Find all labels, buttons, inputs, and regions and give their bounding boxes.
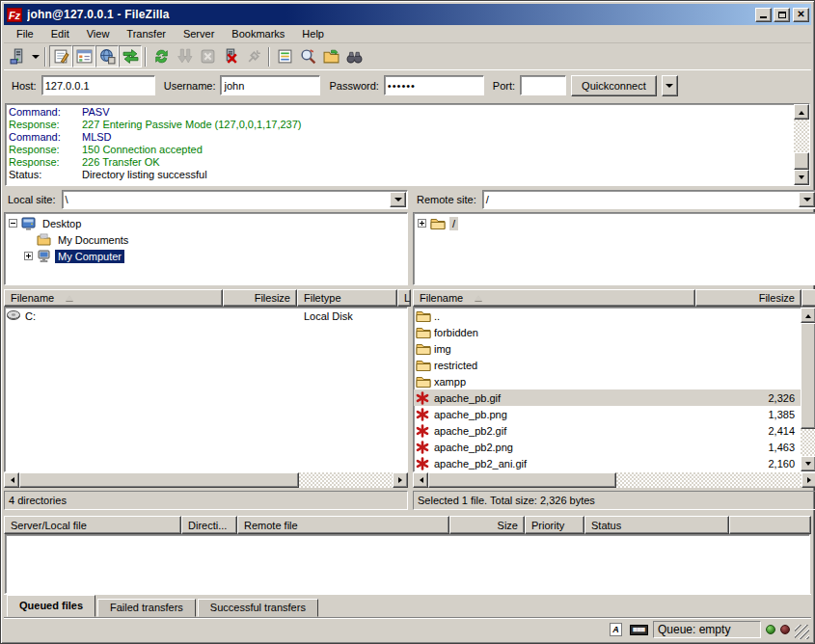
file-search-button[interactable] [296, 45, 319, 67]
disconnect-button[interactable] [219, 45, 242, 67]
toolbar-separator [145, 47, 147, 67]
scroll-right-button[interactable] [393, 472, 408, 488]
quickconnect-dropdown[interactable] [662, 75, 678, 96]
reconnect-button[interactable] [242, 45, 265, 67]
toggle-log-button[interactable] [49, 45, 72, 67]
cancel-button[interactable] [196, 45, 219, 67]
file-row-xampp[interactable]: xampp [414, 373, 801, 389]
column-header-size[interactable]: Size [449, 516, 525, 534]
filter-button[interactable] [273, 45, 296, 67]
file-row-apache-pb2-gif[interactable]: apache_pb2.gif 2,414 [414, 422, 801, 439]
file-row-apache-pb-gif[interactable]: apache_pb.gif 2,326 [414, 389, 801, 406]
filezilla-app-icon[interactable]: Fz [7, 8, 22, 22]
menu-file[interactable]: File [8, 26, 42, 41]
column-header-filetype[interactable]: Filetype [297, 289, 397, 307]
remote-horizontal-scrollbar[interactable] [413, 472, 815, 488]
column-label: Filesize [255, 292, 290, 304]
expand-expander-icon[interactable] [418, 219, 426, 228]
tree-item-my-computer[interactable]: My Computer [7, 248, 407, 264]
menu-edit[interactable]: Edit [42, 26, 78, 41]
local-site-combobox[interactable]: \ [62, 190, 408, 209]
scroll-track[interactable] [299, 472, 393, 488]
column-header-direction[interactable]: Directi... [181, 516, 237, 534]
file-row-apache-pb2-png[interactable]: apache_pb2.png 1,463 [414, 439, 801, 455]
scroll-up-button[interactable] [794, 104, 809, 120]
scroll-track[interactable] [794, 120, 809, 152]
arrow-up-icon [799, 108, 804, 115]
scroll-thumb[interactable] [801, 323, 815, 429]
remote-site-combobox[interactable]: / [482, 190, 815, 209]
scroll-thumb[interactable] [19, 472, 299, 488]
transfer-type-indicator[interactable]: A [607, 621, 625, 638]
username-input[interactable] [220, 75, 320, 95]
scroll-thumb[interactable] [794, 152, 809, 170]
column-header-filename[interactable]: Filename [4, 289, 223, 307]
tree-item-root[interactable]: / [416, 215, 815, 231]
toggle-queue-button[interactable] [119, 45, 142, 67]
password-input[interactable] [384, 75, 484, 95]
remote-tree-icon [99, 48, 116, 65]
quickconnect-button[interactable]: Quickconnect [571, 75, 657, 96]
file-row-c-drive[interactable]: C: Local Disk [5, 308, 407, 324]
scroll-down-button[interactable] [801, 456, 815, 471]
menu-help[interactable]: Help [293, 26, 333, 41]
menu-transfer[interactable]: Transfer [118, 26, 175, 41]
site-manager-dropdown[interactable] [29, 45, 41, 67]
filesize-text: 2,414 [694, 425, 801, 437]
file-row-restricted[interactable]: restricted [414, 357, 801, 373]
column-header-filesize[interactable]: Filesize [223, 289, 297, 307]
synchronized-browsing-button[interactable] [319, 45, 342, 67]
file-row-img[interactable]: img [414, 340, 801, 357]
tab-failed-transfers[interactable]: Failed transfers [97, 599, 196, 617]
toolbar-separator [44, 47, 46, 67]
scroll-down-button[interactable] [794, 170, 809, 185]
encryption-indicator[interactable]: ■■■ [630, 621, 648, 638]
remote-site-dropdown-button[interactable] [799, 192, 815, 207]
menu-server[interactable]: Server [175, 26, 223, 41]
site-manager-button[interactable] [6, 45, 29, 67]
toggle-local-tree-button[interactable] [72, 45, 95, 67]
tab-queued-files[interactable]: Queued files [7, 595, 95, 617]
column-header-priority[interactable]: Priority [525, 516, 584, 534]
port-input[interactable] [520, 75, 566, 95]
scroll-track[interactable] [801, 429, 815, 456]
collapse-expander-icon[interactable] [9, 219, 17, 228]
queue-list[interactable] [5, 534, 810, 594]
menu-view[interactable]: View [78, 26, 119, 41]
log-scrollbar[interactable] [794, 104, 809, 185]
tree-item-my-documents[interactable]: My Documents [7, 231, 407, 248]
tree-item-desktop[interactable]: Desktop [7, 215, 407, 231]
queue-size-indicator: Queue: empty [653, 621, 761, 638]
scroll-thumb[interactable] [428, 472, 616, 488]
toggle-remote-tree-button[interactable] [95, 45, 119, 67]
file-row-apache-pb-png[interactable]: apache_pb.png 1,385 [414, 406, 801, 422]
column-header-filename[interactable]: Filename [413, 289, 695, 307]
directory-comparison-button[interactable] [342, 45, 366, 67]
scroll-up-button[interactable] [801, 308, 815, 323]
menu-bookmarks[interactable]: Bookmarks [223, 26, 293, 41]
expand-expander-icon[interactable] [24, 252, 33, 260]
remote-vertical-scrollbar[interactable] [801, 308, 815, 471]
column-header-remote-file[interactable]: Remote file [237, 516, 449, 534]
file-row-forbidden[interactable]: forbidden [414, 324, 801, 340]
close-button[interactable]: ✕ [793, 8, 809, 22]
local-site-dropdown-button[interactable] [390, 192, 406, 207]
scroll-left-button[interactable] [413, 472, 428, 488]
file-row-parent-dir[interactable]: .. [414, 308, 801, 324]
title-bar: Fz john@127.0.0.1 - FileZilla ✕ [4, 4, 811, 25]
tab-successful-transfers[interactable]: Successful transfers [198, 599, 318, 617]
column-header-server-local-file[interactable]: Server/Local file [4, 516, 181, 534]
column-header-filesize[interactable]: Filesize [695, 289, 801, 307]
minimize-button[interactable] [755, 8, 772, 22]
refresh-button[interactable] [149, 45, 173, 67]
scroll-track[interactable] [616, 472, 801, 488]
file-row-apache-pb2-ani-gif[interactable]: apache_pb2_ani.gif 2,160 [414, 455, 801, 471]
scroll-left-button[interactable] [4, 472, 19, 488]
process-queue-button[interactable] [173, 45, 196, 67]
host-input[interactable] [41, 75, 155, 95]
column-header-status[interactable]: Status [584, 516, 729, 534]
maximize-button[interactable] [774, 8, 790, 22]
local-horizontal-scrollbar[interactable] [4, 472, 408, 488]
scroll-right-button[interactable] [801, 472, 815, 488]
resize-grip[interactable] [795, 625, 809, 639]
